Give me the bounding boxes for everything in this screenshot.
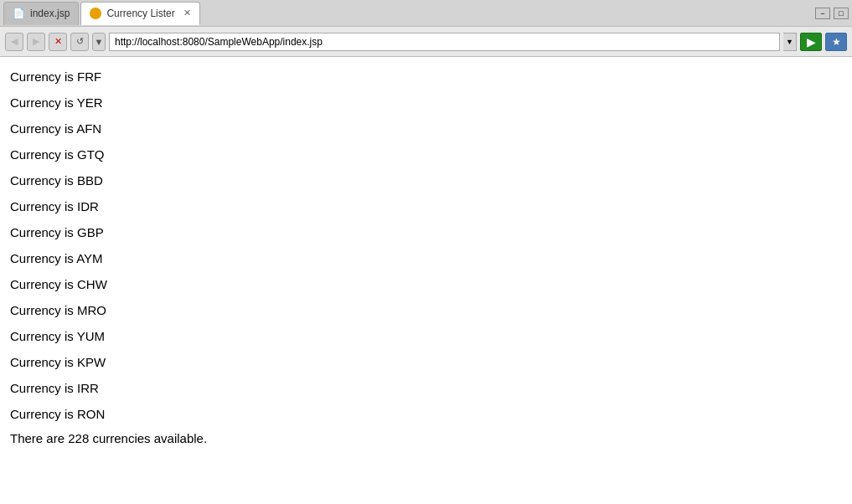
- currency-item: Currency is IRR: [10, 375, 842, 401]
- window-controls: − □: [815, 8, 849, 19]
- nav-dropdown-button[interactable]: ▼: [92, 33, 106, 51]
- currency-item: Currency is MRO: [10, 297, 842, 323]
- currency-item: Currency is BBD: [10, 167, 842, 193]
- currency-item: Currency is GTQ: [10, 141, 842, 167]
- currency-item: Currency is RON: [10, 401, 842, 427]
- url-dropdown-button[interactable]: ▼: [783, 33, 797, 51]
- forward-button[interactable]: ▶: [27, 33, 45, 51]
- currency-summary: There are 228 currencies available.: [10, 427, 842, 450]
- stop-button[interactable]: ✕: [49, 33, 67, 51]
- currency-item: Currency is IDR: [10, 193, 842, 219]
- content-area: Currency is FRFCurrency is YERCurrency i…: [0, 57, 852, 504]
- tab-index[interactable]: 📄 index.jsp: [3, 2, 79, 25]
- currency-item: Currency is AFN: [10, 116, 842, 141]
- bookmark-button[interactable]: ★: [825, 33, 847, 51]
- maximize-button[interactable]: □: [834, 8, 849, 19]
- reload-button[interactable]: ↺: [70, 33, 89, 51]
- tab-currency[interactable]: Currency Lister ✕: [80, 2, 199, 25]
- address-bar: ◀ ▶ ✕ ↺ ▼ http://localhost:8080/SampleWe…: [0, 27, 852, 57]
- currency-item: Currency is YUM: [10, 323, 842, 349]
- url-bar: http://localhost:8080/SampleWebApp/index…: [109, 33, 780, 51]
- currency-item: Currency is YER: [10, 90, 842, 116]
- currency-item: Currency is FRF: [10, 64, 842, 90]
- tab-currency-icon: [90, 8, 101, 19]
- tab-currency-label: Currency Lister: [106, 8, 174, 19]
- tab-index-icon: 📄: [13, 8, 25, 19]
- currency-item: Currency is KPW: [10, 349, 842, 375]
- back-button[interactable]: ◀: [5, 33, 23, 51]
- title-bar: 📄 index.jsp Currency Lister ✕ − □: [0, 0, 852, 27]
- currency-item: Currency is GBP: [10, 219, 842, 245]
- tab-index-label: index.jsp: [30, 8, 70, 19]
- minimize-button[interactable]: −: [815, 8, 830, 19]
- tab-close-button[interactable]: ✕: [183, 8, 191, 18]
- currency-item: Currency is AYM: [10, 245, 842, 271]
- go-button[interactable]: ▶: [800, 33, 822, 51]
- url-text: http://localhost:8080/SampleWebApp/index…: [115, 36, 323, 48]
- currency-item: Currency is CHW: [10, 271, 842, 297]
